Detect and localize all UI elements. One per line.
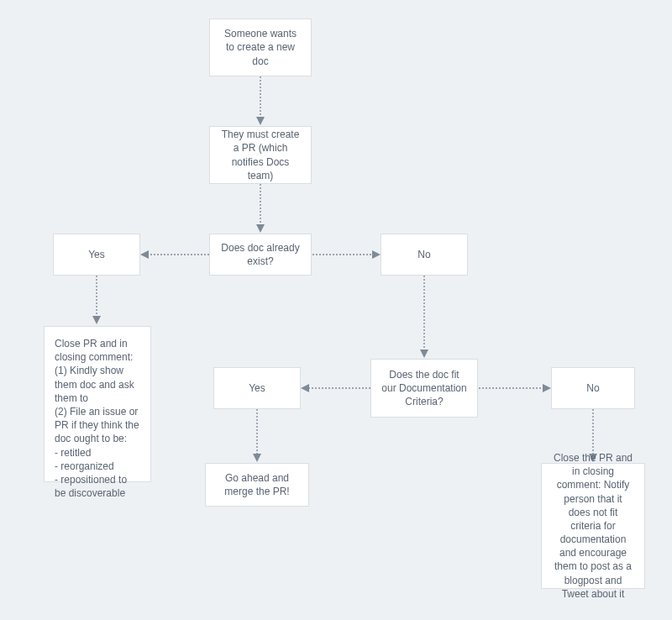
node-create-pr: They must create a PR (which notifies Do…	[209, 126, 312, 184]
node-no-exists: No	[381, 234, 468, 276]
svg-marker-13	[301, 384, 309, 392]
svg-marker-15	[543, 384, 551, 392]
node-fits-criteria: Does the doc fit our Documentation Crite…	[370, 359, 478, 418]
svg-marker-9	[92, 316, 101, 324]
node-merge-pr: Go ahead and merge the PR!	[205, 463, 309, 507]
svg-marker-17	[253, 454, 261, 462]
node-start: Someone wants to create a new doc	[209, 18, 312, 76]
node-close-pr-existing: Close PR and in closing comment: (1) Kin…	[44, 326, 151, 482]
flowchart-canvas: Someone wants to create a new doc They m…	[0, 0, 672, 620]
node-yes-exists: Yes	[53, 234, 140, 276]
svg-marker-1	[256, 117, 265, 125]
node-yes-criteria: Yes	[213, 367, 301, 409]
svg-marker-3	[256, 224, 265, 233]
svg-marker-11	[420, 349, 428, 358]
svg-marker-5	[140, 250, 149, 259]
node-close-pr-no-criteria: Close the PR and in closing comment: Not…	[541, 463, 645, 589]
node-doc-exists: Does doc already exist?	[209, 234, 312, 276]
node-no-criteria: No	[551, 367, 635, 409]
svg-marker-7	[372, 250, 381, 259]
